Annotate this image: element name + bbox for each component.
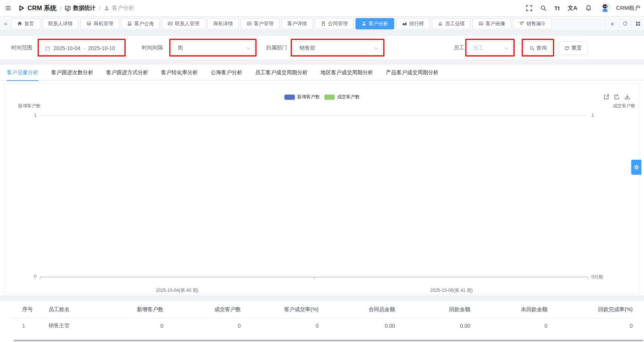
bell-icon[interactable] [585,5,592,11]
x-label-week-41: 2025-10-06(第 41 周) [402,287,500,294]
gridline-value-1 [40,115,588,116]
legend-swatch-blue [284,95,295,100]
analysis-tab-product-deal-cycle[interactable]: 产品客户成交周期分析 [386,65,439,81]
fullscreen-icon[interactable] [526,5,532,11]
reset-button[interactable]: 重置 [559,41,588,55]
cell-new-customers: 0 [95,318,168,334]
table-header-row: 序号 员工姓名 新增客户数 成交客户数 客户成交率(%) 合同总金额 回款金额 … [11,301,633,318]
analysis-tab-conversion-rate[interactable]: 客户转化率分析 [161,65,198,81]
chevron-down-icon [504,47,509,50]
interval-value: 周 [178,45,183,52]
settings-gear-button[interactable] [631,160,641,175]
navbar-actions: Tt 文A CRM租户 [526,2,644,14]
col-deal-customers: 成交客户数 [168,301,245,318]
date-range-input[interactable]: 2025-10-04 - 2025-10-10 [40,41,123,55]
bus-icon [87,21,91,26]
tabs-refresh-icon[interactable] [618,17,631,31]
analysis-tab-followup-method[interactable]: 客户跟进方式分析 [106,65,148,81]
avatar[interactable] [600,2,611,14]
analysis-tab-followup-count[interactable]: 客户跟进次数分析 [51,65,93,81]
x-label-week-40: 2025-10-04(第 40 周) [128,287,226,294]
home-icon [17,21,22,26]
cell-payment: 0.00 [399,318,475,334]
chart-panel: 新增客户数 成交客户数 新增客户数 成交客户数 1 0 1 0日期 [4,84,640,295]
contract-icon [321,21,326,26]
search-icon[interactable] [540,5,547,11]
download-icon[interactable] [624,94,630,100]
analysis-tab-region-deal-cycle[interactable]: 地区客户成交周期分析 [320,65,373,81]
left-tick-0: 0 [4,274,36,279]
cell-employee-name: 销售主管 [46,318,95,334]
tabs-scroll-left[interactable]: « [0,20,11,27]
breadcrumb-customer-analysis: 客户分析 [104,5,134,12]
x-axis-line [40,277,588,277]
chart-legend: 新增客户数 成交客户数 [4,94,640,100]
tenant-name[interactable]: CRM租户 [616,5,640,12]
logo-icon [18,5,25,11]
tab-contract-mgmt[interactable]: 合同管理 [315,18,354,29]
tabs-layout-grid-icon[interactable] [631,17,644,31]
search-button[interactable]: 查询 [524,41,552,55]
tab-sales-funnel[interactable]: 销售漏斗 [513,18,552,29]
top-navbar: CRM 系统 / 数据统计 / 客户分析 Tt 文A CRM租户 [0,0,644,17]
tab-contact-mgmt[interactable]: 联系人管理 [162,18,205,29]
right-tick-0-and-xaxis-name: 0日期 [591,274,603,280]
legend-item-deal-customers[interactable]: 成交客户数 [324,94,360,100]
legend-swatch-green [324,95,335,100]
filter-bar: 时间范围 2025-10-04 - 2025-10-10 时间间隔 周 归属部门… [0,36,644,60]
breadcrumb-stats-label: 数据统计 [73,5,96,12]
brand[interactable]: CRM 系统 [18,4,56,12]
tab-customer-portrait[interactable]: 客户画像 [472,18,511,29]
legend-item-new-customers[interactable]: 新增客户数 [284,94,320,100]
tab-customer-mgmt[interactable]: 客户管理 [241,18,279,29]
analysis-tabs: 客户总量分析 客户跟进次数分析 客户跟进方式分析 客户转化率分析 公海客户分析 … [0,65,644,81]
horizontal-scrollbar[interactable] [14,340,643,341]
employee-label: 员工 [454,44,464,51]
employee-select[interactable]: 员工 [468,41,512,55]
search-icon [529,46,535,51]
tab-employee-performance[interactable]: 员工业绩 [432,18,471,29]
tabs-scroll-right[interactable]: » [606,17,618,31]
tab-ranking[interactable]: 排行榜 [396,18,430,29]
restore-icon[interactable] [614,94,620,100]
analysis-tab-pool[interactable]: 公海客户分析 [211,65,242,81]
hamburger-menu-icon[interactable] [5,5,11,11]
tab-customer-pool[interactable]: 客户公海 [121,18,160,29]
summary-table: 序号 员工姓名 新增客户数 成交客户数 客户成交率(%) 合同总金额 回款金额 … [11,301,633,334]
tabs-wrap: 首页 联系人详情 商机管理 客户公海 联系人管理 商机详情 客户管理 客户详情 [11,18,606,29]
left-axis-name: 新增客户数 [18,103,41,109]
tab-home[interactable]: 首页 [11,18,40,29]
page-tab-bar: « 首页 联系人详情 商机管理 客户公海 联系人管理 商机详情 客户管理 客户 [0,17,644,31]
date-separator: - [84,45,85,51]
col-payment: 回款金额 [399,301,475,318]
tab-opportunity-mgmt[interactable]: 商机管理 [80,18,119,29]
analysis-tab-customer-total[interactable]: 客户总量分析 [7,65,38,81]
breadcrumb-separator: / [99,5,100,11]
tab-opportunity-detail[interactable]: 商机详情 [207,18,239,29]
left-tick-1: 1 [4,113,36,118]
data-zoom-icon[interactable] [603,94,609,100]
tab-customer-detail[interactable]: 客户详情 [281,18,313,29]
chevron-down-icon [246,47,251,50]
contact-card-icon [168,21,173,26]
date-end: 2025-10-10 [88,45,115,51]
breadcrumb-customer-analysis-label: 客户分析 [112,5,134,12]
analysis-tab-employee-deal-cycle[interactable]: 员工客户成交周期分析 [255,65,308,81]
performance-icon [438,21,443,26]
breadcrumb-stats[interactable]: 数据统计 [65,5,96,12]
cell-payment-rate: 0 [552,318,633,334]
interval-select[interactable]: 周 [172,41,254,55]
cell-deal-customers: 0 [168,318,245,334]
portrait-image-icon [478,21,483,26]
department-select[interactable]: 销售部 [293,41,382,55]
translate-icon[interactable]: 文A [568,5,577,12]
stats-board-icon [65,5,71,11]
tab-customer-analysis[interactable]: 客户分析 [355,18,394,29]
tab-contact-detail[interactable]: 联系人详情 [42,18,79,29]
employee-placeholder: 员工 [473,45,483,52]
x-axis-tick [588,277,588,279]
font-size-icon[interactable]: Tt [554,5,560,11]
date-start: 2025-10-04 [53,45,80,51]
table-row[interactable]: 1 销售主管 0 0 0 0.00 0.00 0 0 [11,318,633,334]
chart-toolbar [603,94,630,100]
